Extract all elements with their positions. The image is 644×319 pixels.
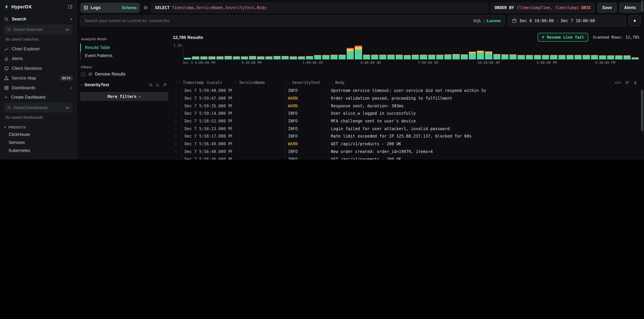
histogram-bar[interactable]	[314, 55, 321, 59]
histogram-bar[interactable]	[355, 46, 362, 59]
histogram-bar[interactable]	[607, 55, 614, 59]
expand-row-icon[interactable]: ›	[173, 148, 182, 155]
histogram-bar[interactable]	[534, 55, 541, 59]
histogram-bar[interactable]	[436, 55, 444, 59]
expand-row-icon[interactable]: ›	[173, 94, 182, 102]
histogram-bar[interactable]	[184, 58, 191, 59]
histogram-bar[interactable]	[347, 48, 354, 59]
histogram-bar[interactable]	[290, 56, 297, 59]
histogram-bar[interactable]	[420, 55, 427, 59]
histogram-bar[interactable]	[192, 56, 199, 59]
expand-row-icon[interactable]: ›	[173, 102, 182, 110]
expand-row-icon[interactable]: ›	[173, 87, 182, 94]
column-header-body[interactable]: ⋮⋮ Body	[328, 78, 615, 87]
expand-row-icon[interactable]: ›	[173, 155, 182, 159]
histogram-bar[interactable]	[599, 55, 606, 59]
facet-severity-text[interactable]: › SeverityText	[81, 82, 168, 87]
histogram-bar[interactable]	[615, 55, 622, 59]
histogram-bar[interactable]	[591, 55, 598, 59]
preset-clickhouse[interactable]: ClickHouse	[0, 130, 76, 139]
histogram-bar[interactable]	[412, 55, 419, 59]
sidebar-item-service-map[interactable]: Service Map BETA	[0, 73, 76, 83]
histogram-bar[interactable]	[330, 55, 338, 59]
source-settings-button[interactable]	[143, 5, 149, 11]
histogram-bar[interactable]	[574, 55, 582, 59]
expand-row-icon[interactable]: ›	[173, 132, 182, 140]
expand-row-icon[interactable]: ›	[173, 125, 182, 132]
column-settings-icon[interactable]	[625, 80, 629, 84]
pin-icon[interactable]	[163, 83, 167, 87]
drag-handle-icon[interactable]: ⋮⋮	[285, 81, 290, 84]
histogram-bar[interactable]	[460, 54, 468, 59]
source-selector[interactable]: Logs Schema	[80, 3, 140, 13]
page-scrollbar-thumb[interactable]	[641, 1, 643, 12]
mode-event-patterns[interactable]: Event Patterns	[80, 52, 168, 60]
histogram-bar[interactable]	[396, 55, 403, 59]
histogram-bar[interactable]	[249, 56, 256, 59]
histogram-bar[interactable]	[200, 56, 208, 59]
search-icon[interactable]	[149, 83, 153, 87]
saved-dashboards-input[interactable]: Saved Dashboards ⌘K	[4, 103, 72, 112]
histogram-bar[interactable]	[379, 55, 386, 59]
histogram-bar[interactable]	[371, 55, 378, 59]
time-range-picker[interactable]: Dec 6 18:00:00 - Dec 7 18:00:00	[508, 15, 626, 26]
log-row[interactable]: › Dec 7 5:56:46.000 PM INFO GET /api/v1/…	[173, 155, 639, 159]
saved-searches-input[interactable]: Saved Searches ⌘K	[4, 25, 72, 34]
histogram-bar[interactable]	[265, 56, 272, 59]
histogram-bar[interactable]	[510, 54, 517, 59]
histogram-bar[interactable]	[444, 54, 452, 59]
histogram-bar[interactable]	[558, 55, 566, 59]
histogram-bar[interactable]	[338, 55, 346, 59]
histogram-bar[interactable]	[257, 56, 264, 59]
drag-handle-icon[interactable]: ⋮⋮	[176, 81, 181, 84]
log-row[interactable]: › Dec 7 5:58:52.000 PM INFO MFA challeng…	[173, 117, 639, 125]
histogram-bar[interactable]	[501, 54, 508, 59]
lucene-mode-toggle[interactable]: Lucene	[486, 18, 501, 23]
histogram-bar[interactable]	[306, 56, 313, 59]
histogram-bar[interactable]	[469, 51, 476, 59]
histogram-bar[interactable]	[632, 57, 639, 59]
expand-row-icon[interactable]: ›	[173, 117, 182, 125]
expand-row-icon[interactable]: ›	[173, 140, 182, 148]
resume-live-tail-button[interactable]: Resume Live Tail	[538, 33, 588, 42]
histogram-bar[interactable]	[485, 51, 492, 59]
histogram-bar[interactable]	[623, 55, 630, 59]
histogram-bar[interactable]	[282, 56, 289, 59]
sidebar-item-client-sessions[interactable]: Client Sessions	[0, 63, 76, 73]
sidebar-item-alerts[interactable]: Alerts	[0, 54, 76, 63]
bar-chart-icon[interactable]	[156, 83, 160, 87]
preset-kubernetes[interactable]: Kubernetes	[0, 147, 76, 155]
run-query-button[interactable]	[628, 15, 641, 26]
sidebar-item-chart-explorer[interactable]: Chart Explorer	[0, 44, 76, 54]
event-search-input[interactable]: Search your events w/ Lucene ex. column:…	[80, 15, 505, 26]
histogram-bar[interactable]	[233, 56, 240, 59]
create-dashboard-button[interactable]: Create Dashboard	[0, 93, 76, 102]
drag-handle-icon[interactable]: ⋮⋮	[232, 81, 237, 84]
chevron-up-icon[interactable]: ∧	[70, 86, 72, 89]
histogram-bar[interactable]	[225, 56, 232, 59]
alerts-button[interactable]: Alerts	[619, 3, 641, 13]
histogram-bar[interactable]	[550, 55, 558, 59]
chevron-right-icon[interactable]: ›	[81, 83, 82, 87]
histogram-bar[interactable]	[428, 55, 435, 59]
log-row[interactable]: › Dec 7 5:56:48.000 PM INFO New order cr…	[173, 148, 639, 155]
column-header-timestamp[interactable]: ⋮⋮ Timestamp (Local)	[173, 78, 232, 87]
histogram-bar[interactable]	[526, 55, 533, 59]
preset-services[interactable]: Services	[0, 139, 76, 147]
more-filters-button[interactable]: More filters ∨	[80, 92, 168, 101]
save-button[interactable]: Save	[598, 3, 617, 13]
histogram-bar[interactable]	[493, 54, 500, 59]
drag-handle-icon[interactable]: ⋮⋮	[328, 81, 333, 84]
table-scrollbar-thumb[interactable]	[641, 90, 643, 131]
histogram-bar[interactable]	[298, 56, 305, 59]
log-row[interactable]: › Dec 7 5:58:23.000 PM INFO Login failed…	[173, 125, 639, 132]
log-row[interactable]: › Dec 7 5:59:35.000 PM WARN Response sen…	[173, 102, 639, 110]
histogram-bar[interactable]	[452, 54, 460, 59]
histogram-bar[interactable]	[274, 56, 281, 59]
histogram-bar[interactable]	[583, 55, 590, 59]
histogram-bar[interactable]	[216, 56, 224, 59]
histogram-bar[interactable]	[477, 51, 484, 59]
log-row[interactable]: › Dec 7 5:59:47.000 PM WARN Order valida…	[173, 94, 639, 102]
expand-row-icon[interactable]: ›	[173, 110, 182, 117]
column-header-service-name[interactable]: ⋮⋮ ServiceName	[232, 78, 285, 87]
